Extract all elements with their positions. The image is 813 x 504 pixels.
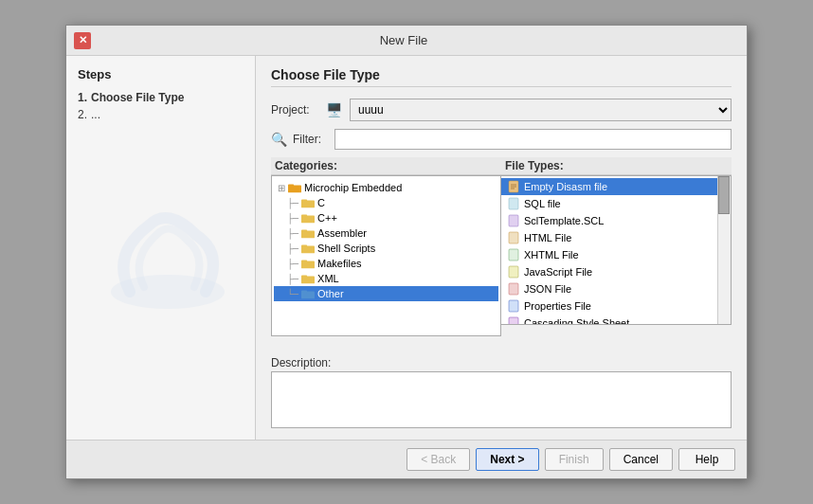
svg-rect-10 — [301, 245, 307, 248]
svg-rect-6 — [301, 215, 307, 218]
category-item[interactable]: ├─ XML — [274, 271, 498, 286]
folder-icon — [301, 197, 315, 208]
file-type-item[interactable]: Empty Disasm file — [501, 178, 717, 195]
file-type-item[interactable]: HTML File — [501, 229, 717, 246]
help-button[interactable]: Help — [678, 448, 735, 471]
project-select[interactable]: uuuu — [350, 99, 732, 121]
folder-icon — [301, 273, 315, 284]
category-item[interactable]: ├─ Assembler — [274, 225, 498, 241]
svg-rect-8 — [301, 230, 307, 233]
finish-button[interactable]: Finish — [545, 448, 604, 471]
dialog-body: Steps 1. Choose File Type 2. ... Choose … — [66, 56, 747, 440]
section-title: Choose File Type — [271, 67, 732, 87]
file-type-section: Categories: ⊞ Microchip Embedded — [271, 157, 732, 349]
file-icon — [507, 282, 520, 296]
category-item[interactable]: ├─ C++ — [274, 210, 498, 225]
file-type-label: HTML File — [524, 232, 571, 243]
categories-title: Categories: — [271, 157, 501, 175]
file-type-item[interactable]: Properties File — [501, 297, 717, 315]
category-tree: ⊞ Microchip Embedded ├─ — [272, 176, 500, 305]
description-textarea[interactable] — [271, 371, 732, 428]
svg-rect-22 — [509, 215, 518, 226]
svg-rect-23 — [509, 232, 518, 243]
category-item[interactable]: ├─ Makefiles — [274, 256, 498, 271]
file-icon — [507, 248, 520, 261]
categories-panel[interactable]: ⊞ Microchip Embedded ├─ — [271, 175, 501, 336]
step-2-label: ... — [91, 108, 100, 121]
svg-rect-14 — [301, 276, 307, 279]
category-item[interactable]: ⊞ Microchip Embedded — [274, 180, 498, 195]
tree-line: └─ — [287, 289, 298, 299]
file-types-list[interactable]: Empty Disasm file SQL file — [501, 176, 717, 324]
file-type-item[interactable]: XHTML File — [501, 246, 717, 263]
folder-icon — [301, 227, 315, 239]
file-icon — [507, 197, 520, 210]
file-icon — [507, 214, 520, 227]
file-type-label: Empty Disasm file — [524, 181, 607, 192]
tree-line: ├─ — [287, 213, 298, 224]
file-type-label: Cascading Style Sheet — [524, 317, 629, 324]
next-button[interactable]: Next > — [476, 448, 538, 471]
steps-title: Steps — [78, 67, 244, 81]
svg-rect-26 — [509, 283, 518, 295]
file-icon — [507, 231, 520, 244]
file-type-item[interactable]: SclTemplate.SCL — [501, 212, 717, 229]
description-section: Description: — [271, 356, 732, 428]
svg-rect-28 — [509, 317, 518, 324]
scrollbar[interactable] — [717, 176, 731, 324]
folder-icon — [301, 288, 315, 299]
filter-label: Filter: — [293, 133, 329, 146]
category-label: C++ — [317, 212, 337, 224]
file-type-item[interactable]: Cascading Style Sheet — [501, 315, 717, 324]
file-type-item[interactable]: JavaScript File — [501, 263, 717, 280]
category-item[interactable]: ├─ Shell Scripts — [274, 241, 498, 256]
svg-rect-4 — [301, 200, 307, 203]
description-label: Description: — [271, 356, 732, 369]
svg-rect-2 — [288, 185, 294, 188]
close-button[interactable]: ✕ — [74, 32, 91, 49]
folder-icon — [288, 182, 301, 193]
tree-line: ├─ — [287, 259, 298, 269]
category-label: Other — [317, 288, 344, 299]
category-item-other[interactable]: └─ Other — [274, 286, 498, 301]
file-icon — [507, 180, 520, 193]
category-label: Shell Scripts — [317, 243, 375, 254]
watermark-icon — [92, 178, 244, 330]
step-1: 1. Choose File Type — [78, 91, 244, 104]
file-types-container: Empty Disasm file SQL file — [501, 175, 732, 325]
back-button[interactable]: < Back — [406, 448, 470, 471]
step-1-number: 1. — [78, 91, 87, 104]
main-panel: Choose File Type Project: 🖥️ uuuu 🔍 Filt… — [256, 56, 747, 440]
file-type-label: JSON File — [524, 283, 571, 295]
filter-input[interactable] — [334, 129, 732, 150]
category-label: Microchip Embedded — [304, 182, 402, 193]
file-type-item[interactable]: JSON File — [501, 280, 717, 297]
file-type-label: SclTemplate.SCL — [524, 215, 604, 226]
title-bar-left: ✕ — [74, 32, 91, 49]
dialog-footer: < Back Next > Finish Cancel Help — [66, 440, 747, 478]
project-select-wrapper: uuuu — [350, 99, 732, 121]
step-2-number: 2. — [78, 108, 87, 121]
tree-line: ├─ — [287, 243, 298, 254]
file-types-title: File Types: — [501, 157, 732, 175]
step-1-label: Choose File Type — [91, 91, 184, 104]
category-item[interactable]: ├─ C — [274, 195, 498, 210]
categories-section: Categories: ⊞ Microchip Embedded — [271, 157, 501, 349]
svg-rect-12 — [301, 261, 307, 263]
cancel-button[interactable]: Cancel — [609, 448, 673, 471]
svg-rect-21 — [509, 198, 518, 209]
expand-icon: ⊞ — [278, 183, 285, 193]
step-2: 2. ... — [78, 108, 244, 121]
file-icon — [507, 265, 520, 279]
category-label: Assembler — [317, 227, 367, 239]
project-label: Project: — [271, 103, 318, 117]
file-type-item[interactable]: SQL file — [501, 195, 717, 212]
dialog-title: New File — [91, 33, 716, 47]
tree-line: ├─ — [287, 274, 298, 284]
project-icon: 🖥️ — [326, 102, 342, 117]
steps-panel: Steps 1. Choose File Type 2. ... — [66, 56, 256, 440]
category-label: XML — [317, 273, 339, 284]
scrollbar-thumb[interactable] — [718, 176, 730, 214]
svg-rect-16 — [301, 291, 307, 294]
file-type-label: JavaScript File — [524, 266, 592, 278]
